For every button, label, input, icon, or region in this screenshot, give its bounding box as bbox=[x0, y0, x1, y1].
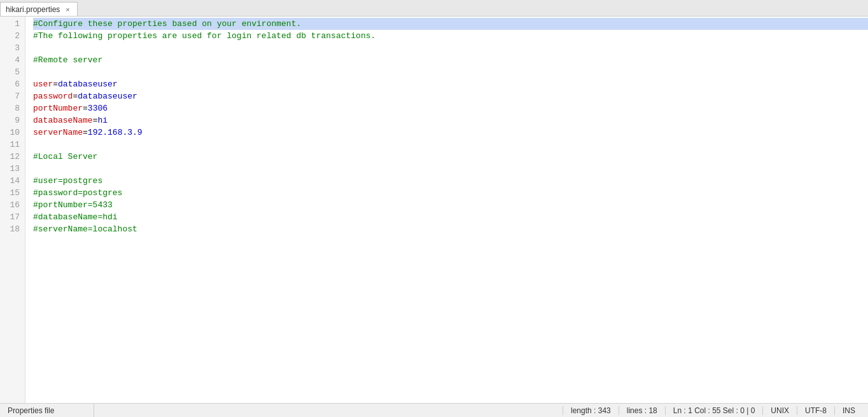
line-numbers: 123456789101112131415161718 bbox=[0, 17, 25, 403]
file-tab[interactable]: hikari.properties × bbox=[0, 2, 78, 16]
line-number: 18 bbox=[5, 223, 20, 235]
line-number: 9 bbox=[5, 114, 20, 126]
line-number: 11 bbox=[5, 139, 20, 151]
code-line: user=databaseuser bbox=[33, 78, 868, 90]
code-line: serverName=192.168.3.9 bbox=[33, 126, 868, 139]
line-number: 2 bbox=[5, 30, 20, 42]
code-line bbox=[33, 163, 868, 175]
file-type-status: Properties file bbox=[5, 404, 94, 417]
code-area[interactable]: #Configure these properties based on you… bbox=[25, 17, 868, 403]
code-line: databaseName=hi bbox=[33, 114, 868, 126]
code-line: #Local Server bbox=[33, 151, 868, 163]
line-number: 13 bbox=[5, 163, 20, 175]
editor-container: 123456789101112131415161718 #Configure t… bbox=[0, 17, 868, 403]
line-number: 8 bbox=[5, 102, 20, 114]
line-number: 7 bbox=[5, 90, 20, 102]
line-number: 4 bbox=[5, 54, 20, 66]
insert-mode-status: INS bbox=[834, 406, 863, 415]
code-line: #The following properties are used for l… bbox=[33, 30, 868, 42]
tab-bar: hikari.properties × bbox=[0, 0, 868, 17]
code-line bbox=[33, 42, 868, 54]
line-number: 17 bbox=[5, 211, 20, 223]
code-line: password=databaseuser bbox=[33, 90, 868, 102]
tab-label: hikari.properties bbox=[6, 5, 60, 14]
code-line: #Remote server bbox=[33, 54, 868, 66]
line-ending-status: UNIX bbox=[762, 406, 797, 415]
length-status: length : 343 bbox=[563, 406, 619, 415]
line-number: 16 bbox=[5, 199, 20, 211]
code-line bbox=[33, 139, 868, 151]
line-number: 3 bbox=[5, 42, 20, 54]
code-line: #password=postgres bbox=[33, 187, 868, 199]
status-bar: Properties file length : 343 lines : 18 … bbox=[0, 403, 868, 417]
code-line: #databaseName=hdi bbox=[33, 211, 868, 223]
code-line: #user=postgres bbox=[33, 175, 868, 187]
line-number: 15 bbox=[5, 187, 20, 199]
code-line: #portNumber=5433 bbox=[33, 199, 868, 211]
code-line bbox=[33, 66, 868, 78]
code-line: #Configure these properties based on you… bbox=[33, 18, 868, 30]
encoding-status: UTF-8 bbox=[797, 406, 834, 415]
line-number: 1 bbox=[5, 18, 20, 30]
code-line: #serverName=localhost bbox=[33, 223, 868, 235]
line-number: 6 bbox=[5, 78, 20, 90]
lines-status: lines : 18 bbox=[619, 406, 665, 415]
line-number: 12 bbox=[5, 151, 20, 163]
code-line: portNumber=3306 bbox=[33, 102, 868, 114]
tab-close-button[interactable]: × bbox=[63, 5, 72, 14]
line-number: 14 bbox=[5, 175, 20, 187]
status-right: length : 343 lines : 18 Ln : 1 Col : 55 … bbox=[563, 406, 863, 415]
line-number: 5 bbox=[5, 66, 20, 78]
line-number: 10 bbox=[5, 126, 20, 139]
position-status: Ln : 1 Col : 55 Sel : 0 | 0 bbox=[665, 406, 763, 415]
